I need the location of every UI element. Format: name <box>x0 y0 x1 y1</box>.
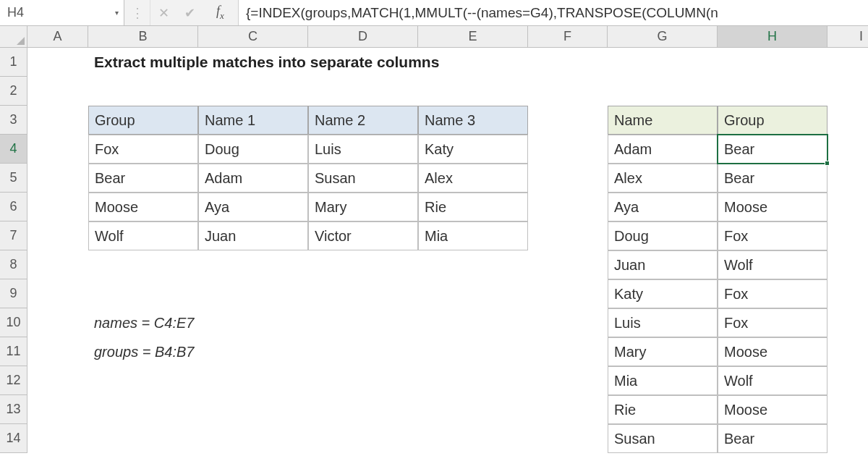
cell-C13[interactable] <box>198 395 308 424</box>
formula-input[interactable]: {=INDEX(groups,MATCH(1,MMULT(--(names=G4… <box>239 0 868 25</box>
cell-F4[interactable] <box>528 135 608 164</box>
cell-B9[interactable] <box>88 279 198 308</box>
cell-G1[interactable] <box>608 48 718 77</box>
cell-E3[interactable]: Name 3 <box>418 106 528 135</box>
cell-H4[interactable]: Bear <box>718 135 827 164</box>
cell-G8[interactable]: Juan <box>608 250 718 279</box>
cell-A4[interactable] <box>27 135 88 164</box>
cell-C7[interactable]: Juan <box>198 221 308 250</box>
cell-E4[interactable]: Katy <box>418 135 528 164</box>
cell-I10[interactable] <box>827 308 868 337</box>
cell-A12[interactable] <box>27 366 88 395</box>
column-header-H[interactable]: H <box>718 26 827 48</box>
cell-A10[interactable] <box>27 308 88 337</box>
cell-F14[interactable] <box>528 424 608 453</box>
cell-H7[interactable]: Fox <box>718 221 827 250</box>
cell-G10[interactable]: Luis <box>608 308 718 337</box>
row-header-8[interactable]: 8 <box>0 250 27 279</box>
cell-B5[interactable]: Bear <box>88 164 198 193</box>
cell-A2[interactable] <box>27 77 88 106</box>
column-header-A[interactable]: A <box>27 26 88 48</box>
cell-I12[interactable] <box>827 366 868 395</box>
cell-A3[interactable] <box>27 106 88 135</box>
cell-G9[interactable]: Katy <box>608 279 718 308</box>
cells-area[interactable]: Extract multiple matches into separate c… <box>27 48 868 456</box>
row-header-10[interactable]: 10 <box>0 308 27 337</box>
cell-A11[interactable] <box>27 337 88 366</box>
cell-C11[interactable] <box>198 337 308 366</box>
cell-D12[interactable] <box>308 366 418 395</box>
cell-I9[interactable] <box>827 279 868 308</box>
cell-C4[interactable]: Doug <box>198 135 308 164</box>
cell-E13[interactable] <box>418 395 528 424</box>
cell-D5[interactable]: Susan <box>308 164 418 193</box>
cell-F8[interactable] <box>528 250 608 279</box>
cell-B11[interactable]: groups = B4:B7 <box>88 337 198 366</box>
column-header-B[interactable]: B <box>88 26 198 48</box>
cell-I8[interactable] <box>827 250 868 279</box>
cell-D8[interactable] <box>308 250 418 279</box>
cell-C9[interactable] <box>198 279 308 308</box>
cell-H14[interactable]: Bear <box>718 424 827 453</box>
cell-F7[interactable] <box>528 221 608 250</box>
cell-H11[interactable]: Moose <box>718 337 827 366</box>
column-header-G[interactable]: G <box>608 26 718 48</box>
cell-G12[interactable]: Mia <box>608 366 718 395</box>
cell-D14[interactable] <box>308 424 418 453</box>
cell-F5[interactable] <box>528 164 608 193</box>
cell-E9[interactable] <box>418 279 528 308</box>
cell-D3[interactable]: Name 2 <box>308 106 418 135</box>
cell-G14[interactable]: Susan <box>608 424 718 453</box>
cell-I1[interactable] <box>827 48 868 77</box>
cell-C5[interactable]: Adam <box>198 164 308 193</box>
cell-D9[interactable] <box>308 279 418 308</box>
cell-D6[interactable]: Mary <box>308 193 418 221</box>
column-header-E[interactable]: E <box>418 26 528 48</box>
cell-I13[interactable] <box>827 395 868 424</box>
cell-E2[interactable] <box>418 77 528 106</box>
cell-I11[interactable] <box>827 337 868 366</box>
cell-H5[interactable]: Bear <box>718 164 827 193</box>
cell-C12[interactable] <box>198 366 308 395</box>
cell-G5[interactable]: Alex <box>608 164 718 193</box>
cell-B1[interactable]: Extract multiple matches into separate c… <box>88 48 198 77</box>
cell-D11[interactable] <box>308 337 418 366</box>
cell-D7[interactable]: Victor <box>308 221 418 250</box>
row-header-14[interactable]: 14 <box>0 424 27 453</box>
row-header-11[interactable]: 11 <box>0 337 27 366</box>
cell-I14[interactable] <box>827 424 868 453</box>
cell-G13[interactable]: Rie <box>608 395 718 424</box>
cell-H9[interactable]: Fox <box>718 279 827 308</box>
cell-B7[interactable]: Wolf <box>88 221 198 250</box>
cell-G3[interactable]: Name <box>608 106 718 135</box>
cell-E7[interactable]: Mia <box>418 221 528 250</box>
row-header-9[interactable]: 9 <box>0 279 27 308</box>
cell-F9[interactable] <box>528 279 608 308</box>
row-header-7[interactable]: 7 <box>0 221 27 250</box>
cell-F1[interactable] <box>528 48 608 77</box>
row-header-5[interactable]: 5 <box>0 164 27 193</box>
cell-F3[interactable] <box>528 106 608 135</box>
cell-H1[interactable] <box>718 48 827 77</box>
cell-G11[interactable]: Mary <box>608 337 718 366</box>
cell-E14[interactable] <box>418 424 528 453</box>
cell-C6[interactable]: Aya <box>198 193 308 221</box>
cell-A5[interactable] <box>27 164 88 193</box>
cell-C14[interactable] <box>198 424 308 453</box>
cell-E12[interactable] <box>418 366 528 395</box>
cell-F13[interactable] <box>528 395 608 424</box>
cell-E5[interactable]: Alex <box>418 164 528 193</box>
cell-A1[interactable] <box>27 48 88 77</box>
cell-D10[interactable] <box>308 308 418 337</box>
cell-F11[interactable] <box>528 337 608 366</box>
cell-D13[interactable] <box>308 395 418 424</box>
cell-A6[interactable] <box>27 193 88 221</box>
cell-H2[interactable] <box>718 77 827 106</box>
cell-F2[interactable] <box>528 77 608 106</box>
row-header-1[interactable]: 1 <box>0 48 27 77</box>
cell-A13[interactable] <box>27 395 88 424</box>
cell-E6[interactable]: Rie <box>418 193 528 221</box>
cell-F12[interactable] <box>528 366 608 395</box>
cell-B3[interactable]: Group <box>88 106 198 135</box>
cell-grid[interactable]: Extract multiple matches into separate c… <box>27 48 868 453</box>
